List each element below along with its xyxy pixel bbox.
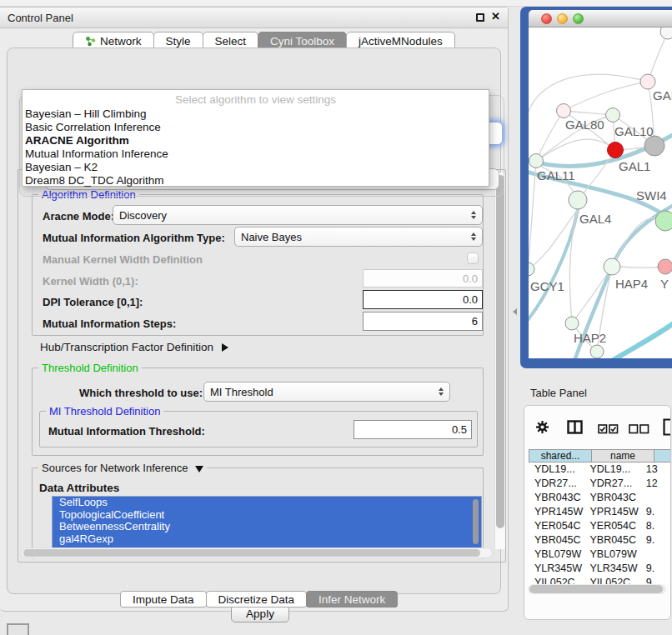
settings-horizontal-scrollbar[interactable] [21, 548, 493, 558]
mi-threshold-label: Mutual Information Threshold: [48, 425, 205, 438]
tab-label: Infer Network [318, 593, 385, 606]
network-node[interactable] [569, 191, 587, 209]
table-cell: YBR043C [529, 491, 585, 505]
network-node[interactable] [565, 317, 579, 330]
dpi-tolerance-input[interactable]: 0.0 [363, 290, 483, 309]
network-graph[interactable]: GALGAL80GAL10GAL1GAL11SWI4GAL4GCY1HAP4YH… [529, 28, 672, 358]
zoom-window-icon[interactable] [573, 13, 584, 24]
collapsed-panel-box[interactable] [7, 623, 29, 635]
kernel-width-label: Kernel Width (0,1): [43, 275, 138, 288]
network-edge[interactable] [564, 82, 648, 111]
table-row[interactable]: YLR345WYLR345W9. [529, 562, 671, 576]
network-node[interactable] [658, 259, 672, 274]
network-canvas[interactable]: GALGAL80GAL10GAL1GAL11SWI4GAL4GCY1HAP4YH… [529, 28, 672, 358]
attribute-item-topologicalcoefficient[interactable]: TopologicalCoefficient [53, 509, 481, 522]
deselect-all-columns-icon[interactable] [629, 422, 649, 438]
table-cell: YDL19... [529, 462, 585, 477]
table-row[interactable]: YER054CYER054C8. [529, 519, 671, 533]
network-edge[interactable] [529, 161, 536, 269]
node-label-swi4: SWI4 [636, 188, 667, 202]
mi-steps-input[interactable]: 6 [363, 312, 483, 331]
column-header-shared[interactable]: shared... [529, 449, 592, 462]
network-node[interactable] [529, 154, 544, 168]
dpi-tolerance-value: 0.0 [463, 293, 478, 306]
network-node[interactable] [557, 104, 571, 118]
table-horizontal-scrollbar[interactable] [528, 584, 666, 594]
float-panel-icon[interactable] [476, 13, 484, 22]
close-panel-icon[interactable]: ✕ [491, 10, 500, 22]
tab-infer-network[interactable]: Infer Network [306, 591, 398, 608]
new-table-icon[interactable] [663, 418, 671, 439]
network-node[interactable] [660, 28, 672, 39]
tab-discretize-data[interactable]: Discretize Data [206, 591, 308, 608]
table-cell: 8. [642, 519, 671, 533]
attribute-item-selfloops[interactable]: SelfLoops [53, 497, 481, 509]
network-edge[interactable] [536, 139, 615, 161]
settings-vertical-scrollbar[interactable] [494, 172, 505, 549]
gear-icon[interactable] [535, 420, 549, 438]
manual-kernel-checkbox[interactable] [467, 252, 479, 264]
data-attributes-list[interactable]: SelfLoopsTopologicalCoefficientBetweenne… [52, 496, 482, 549]
network-node[interactable] [644, 136, 664, 156]
network-edge[interactable] [569, 209, 578, 323]
select-all-columns-icon[interactable] [598, 422, 619, 438]
table-row[interactable]: YPR145WYPR145W9. [529, 505, 671, 519]
network-node[interactable] [604, 258, 620, 275]
table-cell: YER054C [585, 519, 641, 533]
network-node[interactable] [606, 108, 620, 122]
table-row[interactable]: YBR045CYBR045C9. [529, 533, 671, 548]
tab-impute-data[interactable]: Impute Data [120, 591, 207, 608]
network-view-window[interactable]: GALGAL80GAL10GAL1GAL11SWI4GAL4GCY1HAP4YH… [520, 7, 672, 368]
mi-algorithm-type-select[interactable]: Naive Bayes [234, 227, 483, 247]
manual-kernel-label: Manual Kernel Width Definition [43, 253, 203, 266]
attribute-item-betweennesscentrality[interactable]: BetweennessCentrality [53, 521, 481, 533]
column-header-name[interactable]: name [592, 449, 654, 462]
algorithm-option-basic-correlation-inference[interactable]: Basic Correlation Inference [25, 121, 486, 134]
network-edge[interactable] [536, 111, 564, 161]
mi-type-value: Naive Bayes [241, 231, 466, 243]
network-edge[interactable] [648, 32, 668, 82]
scrollbar-thumb[interactable] [496, 175, 504, 528]
algorithm-option-dream8-dc-tdc-algorithm[interactable]: Dream8 DC_TDC Algorithm [25, 174, 486, 188]
sources-group-label: Sources for Network Inference [42, 462, 188, 474]
algorithm-option-aracne-algorithm[interactable]: ARACNE Algorithm [25, 134, 486, 148]
node-label-gal11: GAL11 [537, 168, 575, 182]
attribute-item-gal4rgexp[interactable]: gal4RGexp [53, 533, 481, 546]
network-node[interactable] [655, 211, 672, 231]
splitter-collapse-icon[interactable] [513, 308, 517, 315]
network-edge-thick[interactable] [612, 321, 672, 358]
table-cell: YBL079W [529, 548, 585, 562]
table-row[interactable]: YIL052CYIL052C9 [529, 576, 671, 584]
aracne-mode-select[interactable]: Discovery [113, 205, 483, 225]
network-edge[interactable] [529, 74, 648, 117]
algorithm-option-bayesian-k2[interactable]: Bayesian – K2 [25, 161, 486, 174]
cyni-algorithm-settings-group: Cyni Algorithm Settings Algorithm Defini… [18, 169, 506, 562]
table-row[interactable]: YDR27...YDR27...12 [529, 477, 671, 491]
algorithm-option-mutual-information-inference[interactable]: Mutual Information Inference [25, 148, 486, 161]
node-label-hap4: HAP4 [615, 277, 648, 291]
network-node[interactable] [608, 142, 624, 158]
screen: Control Panel ✕ NetworkStyleSelectCyni T… [0, 0, 672, 635]
algorithm-list: Bayesian – Hill ClimbingBasic Correlatio… [25, 108, 486, 188]
which-threshold-select[interactable]: MI Threshold [203, 382, 450, 402]
close-window-icon[interactable] [541, 13, 552, 24]
hub-tf-definition-toggle[interactable]: Hub/Transcription Factor Definition [40, 341, 228, 353]
minimize-window-icon[interactable] [557, 13, 568, 24]
sources-group-title[interactable]: Sources for Network Inference [38, 462, 207, 474]
mi-threshold-input[interactable]: 0.5 [354, 420, 472, 439]
column-header-col2[interactable] [654, 449, 671, 462]
scrollbar-thumb[interactable] [23, 549, 480, 557]
table-row[interactable]: YBR043CYBR043C [529, 491, 671, 505]
scrollbar-thumb[interactable] [529, 585, 663, 593]
apply-button[interactable]: Apply [231, 605, 289, 622]
network-node[interactable] [640, 74, 655, 89]
kernel-width-input[interactable]: 0.0 [363, 269, 483, 288]
split-columns-icon[interactable] [567, 420, 583, 438]
algorithm-option-bayesian-hill-climbing[interactable]: Bayesian – Hill Climbing [25, 108, 486, 121]
network-window-titlebar[interactable] [529, 10, 672, 28]
list-scrollbar[interactable] [473, 499, 479, 544]
network-node[interactable] [590, 345, 604, 358]
mi-threshold-group: MI Threshold Definition Mutual Informati… [39, 411, 478, 448]
table-row[interactable]: YBL079WYBL079W [529, 548, 671, 562]
table-row[interactable]: YDL19...YDL19...13 [529, 462, 671, 477]
